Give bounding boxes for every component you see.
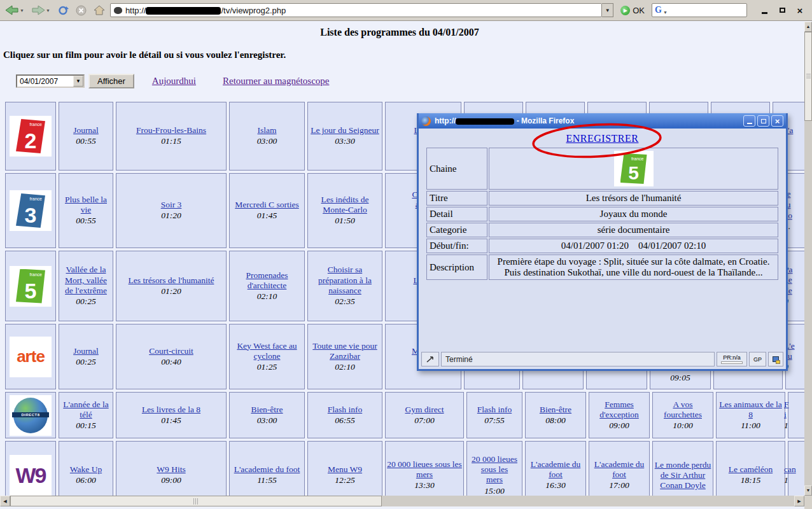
enregistrer-link[interactable]: ENREGISTRER bbox=[566, 133, 639, 144]
program-link[interactable]: Les animaux de la 8 bbox=[718, 400, 783, 420]
home-button[interactable] bbox=[92, 3, 107, 17]
program-link[interactable]: Plus belle la vie bbox=[60, 195, 111, 215]
link-magnetoscope[interactable]: Retourner au magnétoscope bbox=[223, 76, 329, 87]
program-link[interactable]: Journal bbox=[73, 125, 99, 136]
program-link[interactable]: Le monde perdu de Sir Arthur Conan Doyle bbox=[654, 460, 711, 491]
program-cell[interactable]: Flash info07:55 bbox=[466, 392, 522, 438]
select-arrow-icon[interactable]: ▼ bbox=[73, 76, 83, 87]
link-aujourdhui[interactable]: Aujourdhui bbox=[152, 76, 196, 87]
vertical-scrollbar[interactable]: ▲ ▼ bbox=[804, 22, 812, 496]
program-link[interactable]: Soir 3 bbox=[161, 200, 182, 210]
afficher-button[interactable]: Afficher bbox=[88, 74, 134, 88]
program-link[interactable]: 20 000 lieues sous les mers bbox=[472, 454, 517, 485]
stop-button[interactable] bbox=[74, 3, 88, 18]
program-link[interactable]: Gym direct bbox=[405, 405, 444, 415]
program-cell[interactable]: Flash info06:55 bbox=[307, 392, 382, 438]
program-link[interactable]: L'academie du foot bbox=[591, 459, 648, 480]
program-cell[interactable]: 20 000 lieues sous les mers15:00 bbox=[466, 441, 522, 496]
program-link[interactable]: Choisir sa préparation à la naissance bbox=[309, 265, 381, 296]
scroll-right-button[interactable]: ▶ bbox=[794, 496, 804, 506]
program-cell[interactable]: Toute une vie pour Zanzibar02:10 bbox=[307, 324, 382, 389]
program-cell[interactable]: Bien-être03:00 bbox=[229, 392, 305, 438]
statusbar-icon[interactable] bbox=[768, 352, 783, 366]
program-cell[interactable]: Femmes d'exception09:00 bbox=[589, 392, 650, 438]
horizontal-scrollbar[interactable]: ◀ ▶ bbox=[0, 496, 804, 506]
program-cell[interactable]: Journal00:25 bbox=[59, 324, 113, 389]
program-cell[interactable]: L'academie du foot17:00 bbox=[589, 441, 650, 496]
gp-indicator[interactable]: GP bbox=[749, 352, 766, 366]
program-cell[interactable]: Frou-Frou-les-Bains01:15 bbox=[116, 102, 227, 171]
program-link[interactable]: L'academie du foot bbox=[234, 464, 300, 475]
url-history-dropdown[interactable]: ▼ bbox=[602, 3, 613, 17]
program-link[interactable]: Menu W9 bbox=[328, 464, 362, 475]
popup-minimize-button[interactable] bbox=[743, 115, 755, 127]
program-link[interactable]: Bien-être bbox=[540, 405, 571, 415]
scroll-down-button[interactable]: ▼ bbox=[804, 485, 812, 496]
restore-button[interactable] bbox=[777, 5, 787, 15]
program-cell[interactable]: L'academie du foot16:30 bbox=[525, 441, 586, 496]
program-cell[interactable]: Les livres de la 801:45 bbox=[116, 392, 227, 438]
program-link[interactable]: A vos fourchettes bbox=[654, 400, 711, 420]
popup-titlebar[interactable]: http:// - Mozilla Firefox × bbox=[419, 113, 786, 129]
program-link[interactable]: Les inédits de Monte-Carlo bbox=[309, 195, 381, 215]
program-cell[interactable]: Journal00:55 bbox=[59, 102, 113, 171]
program-cell[interactable]: Gym direct07:00 bbox=[385, 392, 464, 438]
program-cell[interactable]: Les inédits de Monte-Carlo01:50 bbox=[307, 173, 382, 248]
program-link[interactable]: Wake Up bbox=[70, 464, 102, 475]
back-button[interactable]: ▼ bbox=[3, 3, 26, 17]
program-link[interactable]: Key West face au cyclone bbox=[231, 341, 303, 361]
forward-button[interactable]: ▼ bbox=[29, 3, 52, 17]
program-cell[interactable]: A vos fourchettes10:00 bbox=[652, 392, 713, 438]
search-input[interactable]: G ▼ bbox=[652, 3, 747, 17]
program-cell[interactable]: Bien-être08:00 bbox=[525, 392, 586, 438]
pagerank-indicator[interactable]: PR:n/a bbox=[717, 352, 747, 366]
resize-grip-icon[interactable] bbox=[421, 352, 439, 366]
program-link[interactable]: Islam bbox=[258, 125, 277, 136]
program-link[interactable]: W9 Hits bbox=[157, 464, 185, 475]
program-link[interactable]: Femmes d'exception bbox=[591, 400, 648, 420]
program-link[interactable]: L'année de la télé bbox=[60, 400, 111, 420]
program-cell[interactable]: L'année de la télé00:15 bbox=[59, 392, 113, 438]
program-cell[interactable]: W9 Hits09:00 bbox=[116, 441, 227, 496]
program-cell[interactable]: Islam03:00 bbox=[229, 102, 305, 171]
program-cell[interactable]: Court-circuit00:40 bbox=[116, 324, 227, 389]
program-cell[interactable]: Vallée de la Mort, vallée de l'extrême00… bbox=[59, 251, 113, 321]
program-cell[interactable]: Wake Up06:00 bbox=[59, 441, 113, 496]
program-link[interactable]: Flash info bbox=[477, 405, 512, 415]
program-cell[interactable]: 20 000 lieues sous les mers13:30 bbox=[385, 441, 464, 496]
program-link[interactable]: Promenades d'architecte bbox=[231, 270, 303, 291]
go-button[interactable]: ▶ OK bbox=[617, 4, 648, 17]
program-link[interactable]: Le jour du Seigneur bbox=[311, 125, 379, 136]
popup-close-button[interactable]: × bbox=[771, 115, 783, 127]
program-cell[interactable]: Les trésors de l'humanité01:20 bbox=[116, 251, 227, 321]
program-cell[interactable]: L'academie du foot11:55 bbox=[229, 441, 305, 496]
close-button[interactable]: × bbox=[795, 5, 805, 15]
back-dropdown-icon[interactable]: ▼ bbox=[20, 8, 24, 13]
program-link[interactable]: Bien-être bbox=[251, 405, 283, 415]
program-cell[interactable]: Soir 301:20 bbox=[116, 173, 227, 248]
program-link[interactable]: Les trésors de l'humanité bbox=[129, 275, 214, 286]
date-select[interactable]: 04/01/2007 ▼ bbox=[16, 74, 85, 88]
program-cell[interactable]: Mercredi C sorties01:45 bbox=[229, 173, 305, 248]
program-link[interactable]: Journal bbox=[73, 346, 99, 356]
program-cell[interactable]: Les animaux de la 811:00 bbox=[716, 392, 785, 438]
program-link[interactable]: L'academie du foot bbox=[527, 459, 584, 480]
program-cell[interactable]: Le monde perdu de Sir Arthur Conan Doyle bbox=[652, 441, 713, 496]
url-input[interactable]: http:///tv/viewprog2.php bbox=[110, 3, 602, 17]
program-cell[interactable]: Choisir sa préparation à la naissance02:… bbox=[307, 251, 382, 321]
program-cell[interactable]: Le jour du Seigneur03:30 bbox=[307, 102, 382, 171]
program-link[interactable]: Frou-Frou-les-Bains bbox=[136, 125, 206, 136]
program-link[interactable]: Flash info bbox=[328, 405, 362, 415]
popup-restore-button[interactable] bbox=[757, 115, 769, 127]
scroll-up-button[interactable]: ▲ bbox=[804, 22, 812, 32]
scroll-left-button[interactable]: ◀ bbox=[0, 496, 10, 506]
program-cell[interactable]: Key West face au cyclone01:25 bbox=[229, 324, 305, 389]
program-cell[interactable]: Promenades d'architecte02:10 bbox=[229, 251, 305, 321]
vertical-scroll-thumb[interactable] bbox=[804, 32, 812, 121]
program-link[interactable]: Court-circuit bbox=[149, 346, 193, 356]
horizontal-scroll-thumb[interactable] bbox=[10, 496, 382, 506]
program-link[interactable]: Mercredi C sorties bbox=[235, 200, 298, 210]
program-link[interactable]: Vallée de la Mort, vallée de l'extrême bbox=[60, 265, 111, 296]
program-link[interactable]: Toute une vie pour Zanzibar bbox=[309, 341, 381, 361]
program-cell[interactable]: Menu W912:25 bbox=[307, 441, 382, 496]
